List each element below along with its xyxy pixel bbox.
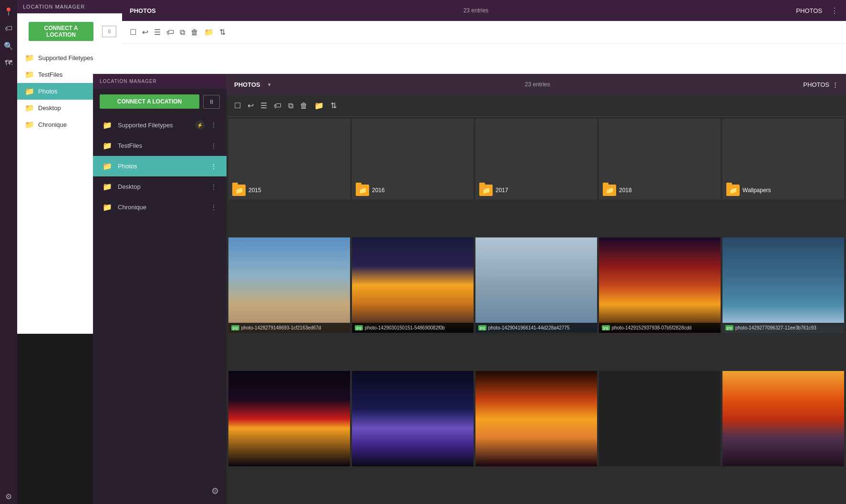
folder-icon-2018: 📁 [603,185,616,196]
bg-connect-button[interactable]: CONNECT A LOCATION [29,22,93,41]
folder-menu-icon[interactable]: ⋮ [210,121,217,129]
photo-cell-3[interactable]: jpg photo-1429152937938-07b5f2828cdd [599,237,721,333]
photo-type-badge: jpg [478,325,486,330]
folder-icon-2016: 📁 [356,185,369,196]
bg-content-menu-icon[interactable]: ⋮ [831,6,838,15]
delete-button[interactable]: 🗑 [300,102,308,110]
photo-cell-9[interactable] [722,371,844,466]
bg-content-right-title: PHOTOS [796,7,822,14]
photo-name: photo-1429030150151-548690082f0b [365,325,445,331]
folder-cell-wallpapers[interactable]: 📁 Wallpapers [722,119,844,200]
folder-label-2017: 2017 [495,187,508,194]
main-title: PHOTOS [234,81,260,88]
photo-cell-8[interactable] [599,371,721,466]
list-view-button[interactable]: ☰ [260,101,267,110]
tag-icon-btn[interactable]: 🏷 [1,21,16,36]
photo-grid: 📁 2015 📁 2016 📁 2017 📁 2018 📁 [227,117,846,504]
star-badge: ⚡ [195,120,205,130]
overlay-connect-button[interactable]: CONNECT A LOCATION [100,94,199,109]
overlay-pause-button[interactable]: ⏸ [203,95,220,109]
folder-icon-wallpapers: 📁 [726,185,740,196]
folder-button[interactable]: 📁 [314,101,324,110]
main-menu-icon[interactable]: ⋮ [832,81,838,88]
overlay-settings-icon[interactable]: ⚙ [211,486,219,496]
folder-icon: 📁 [103,141,112,150]
map-icon-btn[interactable]: 🗺 [1,55,16,71]
folder-cell-2016[interactable]: 📁 2016 [352,119,474,200]
main-toolbar: ☐ ↩ ☰ 🏷 ⧉ 🗑 📁 ⇅ [227,95,846,117]
tag-button[interactable]: 🏷 [274,102,281,110]
folder-icon: 📁 [25,70,34,79]
select-all-button[interactable]: ☐ [234,101,241,110]
folder-icon: 📁 [103,121,112,130]
folder-menu-icon[interactable]: ⋮ [210,163,217,170]
folder-label-2016: 2016 [372,187,385,194]
photo-cell-2[interactable]: jpg photo-1429041966141-44d228a42775 [475,237,597,333]
folder-icon: 📁 [103,203,112,212]
bg-select-btn[interactable]: ☐ [130,28,136,37]
overlay-folder-label: Chronique [118,204,205,211]
bg-content-count: 23 entries [162,7,791,14]
main-title-arrow: ▼ [267,82,272,87]
overlay-folder-testfiles[interactable]: 📁 TestFiles ⋮ [93,135,227,156]
bg-tag-btn[interactable]: 🏷 [166,28,174,37]
folder-icon: 📁 [25,103,34,113]
photo-type-badge: jpg [231,325,239,330]
folder-icon: 📁 [25,53,34,62]
bg-sort-btn[interactable]: ⇅ [219,28,226,37]
overlay-folder-desktop[interactable]: 📁 Desktop ⋮ [93,176,227,197]
overlay-folder-label: Supported Filetypes [118,122,189,129]
bg-content-area: PHOTOS 23 entries PHOTOS ⋮ ☐ ↩ ☰ 🏷 ⧉ 🗑 📁… [122,0,846,76]
bg-list-btn[interactable]: ☰ [154,28,161,37]
photo-cell-6[interactable] [352,371,474,466]
undo-button[interactable]: ↩ [248,101,254,110]
photo-cell-0[interactable]: jpg photo-1428279148693-1cf2163ed67d [228,237,350,333]
photo-cell-4[interactable]: jpg photo-1429277096327-11ee3b761c93 [722,237,844,333]
folder-cell-2017[interactable]: 📁 2017 [475,119,597,200]
photo-cell-1[interactable]: jpg photo-1429030150151-548690082f0b [352,237,474,333]
overlay-panel-header: LOCATION MANAGER [93,74,227,89]
bg-content-title: PHOTOS [130,7,156,14]
folder-icon-2017: 📁 [479,185,493,196]
search-icon-btn[interactable]: 🔍 [1,38,16,53]
main-right-title[interactable]: PHOTOS ⋮ [803,81,838,88]
photo-cell-5[interactable] [228,371,350,466]
overlay-location-panel: LOCATION MANAGER CONNECT A LOCATION ⏸ 📁 … [93,74,227,504]
bg-undo-btn[interactable]: ↩ [142,28,148,37]
folder-menu-icon[interactable]: ⋮ [210,204,217,211]
sort-button[interactable]: ⇅ [330,101,337,110]
folder-label-2015: 2015 [248,187,261,194]
overlay-folder-photos[interactable]: 📁 Photos ⋮ [93,156,227,176]
photo-cell-7[interactable] [475,371,597,466]
folder-cell-2018[interactable]: 📁 2018 [599,119,721,200]
photo-type-badge: jpg [725,325,733,330]
folder-menu-icon[interactable]: ⋮ [210,183,217,191]
gear-icon-btn[interactable]: ⚙ [1,489,16,504]
overlay-folder-label: Photos [118,163,205,170]
folder-cell-2015[interactable]: 📁 2015 [228,119,350,200]
photo-name: photo-1429277096327-11ee3b761c93 [735,325,816,331]
main-header: PHOTOS ▼ 23 entries PHOTOS ⋮ [227,74,846,95]
folder-icon: 📁 [25,87,34,96]
location-icon-btn[interactable]: 📍 [1,4,16,19]
bg-folder-btn[interactable]: 📁 [204,28,214,37]
photo-type-badge: jpg [355,325,363,330]
bg-pause-button[interactable]: ⏸ [102,26,116,37]
photo-name: photo-1428279148693-1cf2163ed67d [241,325,321,331]
bg-folder-supported-filetypes[interactable]: 📁 Supported Filetypes [17,50,122,66]
folder-label-wallpapers: Wallpapers [743,187,771,194]
bg-delete-btn[interactable]: 🗑 [191,28,198,37]
overlay-folder-chronique[interactable]: 📁 Chronique ⋮ [93,197,227,217]
photo-name: photo-1429152937938-07b5f2828cdd [612,325,691,331]
main-entry-count: 23 entries [278,81,798,88]
icon-bar: 📍 🏷 🔍 🗺 ⚙ [0,0,17,504]
folder-icon: 📁 [25,120,34,129]
bg-copy-btn[interactable]: ⧉ [180,28,185,37]
folder-icon: 📁 [103,182,112,191]
bg-panel-header: LOCATION MANAGER [17,0,122,13]
folder-menu-icon[interactable]: ⋮ [210,142,217,150]
overlay-folder-supported-filetypes[interactable]: 📁 Supported Filetypes ⚡ ⋮ [93,114,227,135]
folder-icon: 📁 [103,162,112,171]
overlay-folder-label: Desktop [118,183,205,190]
copy-button[interactable]: ⧉ [288,102,293,110]
